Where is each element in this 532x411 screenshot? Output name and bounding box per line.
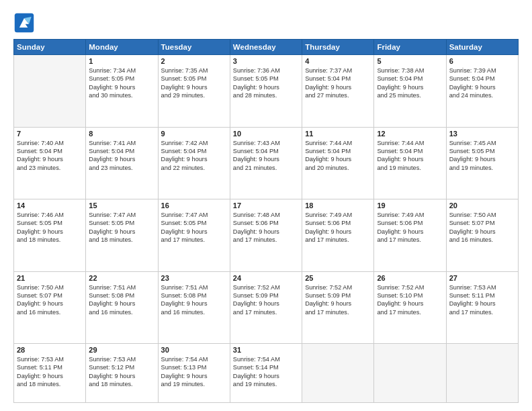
day-number: 3 (233, 57, 299, 65)
page: SundayMondayTuesdayWednesdayThursdayFrid… (0, 0, 532, 411)
calendar-cell (14, 55, 86, 128)
cell-line: Sunset: 5:09 PM (233, 291, 299, 300)
cell-line: Sunset: 5:10 PM (377, 291, 443, 300)
calendar-body: 1Sunrise: 7:34 AMSunset: 5:05 PMDaylight… (14, 55, 519, 403)
cell-line: Sunset: 5:13 PM (161, 363, 227, 371)
calendar-cell: 20Sunrise: 7:50 AMSunset: 5:07 PMDayligh… (446, 199, 518, 272)
cell-line: and 23 minutes. (89, 164, 154, 172)
cell-line: Daylight: 9 hours (233, 300, 299, 308)
day-header-monday: Monday (86, 40, 158, 55)
calendar-cell: 30Sunrise: 7:54 AMSunset: 5:13 PMDayligh… (158, 344, 230, 403)
cell-line: and 19 minutes. (449, 164, 515, 172)
cell-line: Sunrise: 7:35 AM (161, 66, 227, 75)
cell-line: Sunrise: 7:36 AM (233, 66, 299, 75)
day-number: 11 (305, 130, 371, 138)
cell-line: Sunrise: 7:53 AM (449, 283, 515, 291)
cell-line: Sunrise: 7:46 AM (17, 211, 83, 219)
calendar-cell: 19Sunrise: 7:49 AMSunset: 5:06 PMDayligh… (374, 199, 446, 272)
cell-line: Sunset: 5:09 PM (305, 291, 371, 300)
cell-line: Daylight: 9 hours (17, 300, 83, 308)
cell-line: Sunrise: 7:52 AM (233, 283, 299, 291)
day-header-saturday: Saturday (446, 40, 518, 55)
cell-line: Sunrise: 7:37 AM (305, 66, 371, 75)
cell-line: Sunset: 5:04 PM (449, 75, 515, 83)
cell-line: and 29 minutes. (161, 91, 227, 99)
cell-line: and 19 minutes. (377, 164, 443, 172)
calendar-cell: 17Sunrise: 7:48 AMSunset: 5:06 PMDayligh… (230, 199, 302, 272)
calendar-week-4: 21Sunrise: 7:50 AMSunset: 5:07 PMDayligh… (14, 271, 519, 344)
cell-line: Daylight: 9 hours (305, 83, 371, 91)
cell-line: Sunrise: 7:50 AM (17, 283, 83, 291)
cell-line: Sunrise: 7:43 AM (233, 139, 299, 147)
calendar-cell: 8Sunrise: 7:41 AMSunset: 5:04 PMDaylight… (86, 127, 158, 199)
calendar-cell: 12Sunrise: 7:44 AMSunset: 5:04 PMDayligh… (374, 127, 446, 199)
day-number: 2 (161, 57, 227, 65)
cell-line: and 18 minutes. (89, 236, 154, 244)
calendar-cell: 29Sunrise: 7:53 AMSunset: 5:12 PMDayligh… (86, 344, 158, 403)
cell-line: and 24 minutes. (449, 91, 515, 99)
cell-line: Sunrise: 7:42 AM (161, 139, 227, 147)
cell-line: and 19 minutes. (233, 380, 299, 388)
cell-line: Daylight: 9 hours (233, 83, 299, 91)
cell-line: Sunrise: 7:44 AM (377, 139, 443, 147)
cell-line: Sunset: 5:07 PM (449, 219, 515, 227)
cell-line: and 20 minutes. (305, 164, 371, 172)
day-number: 13 (449, 130, 515, 138)
day-header-wednesday: Wednesday (230, 40, 302, 55)
day-number: 10 (233, 130, 299, 138)
cell-line: Daylight: 9 hours (161, 372, 227, 380)
calendar-cell: 13Sunrise: 7:45 AMSunset: 5:05 PMDayligh… (446, 127, 518, 199)
cell-line: Sunset: 5:04 PM (17, 147, 83, 155)
cell-line: Daylight: 9 hours (161, 228, 227, 236)
cell-line: Daylight: 9 hours (377, 228, 443, 236)
cell-line: and 18 minutes. (17, 236, 83, 244)
cell-line: Sunset: 5:07 PM (17, 291, 83, 300)
day-header-tuesday: Tuesday (158, 40, 230, 55)
calendar-cell: 15Sunrise: 7:47 AMSunset: 5:05 PMDayligh… (86, 199, 158, 272)
calendar-cell: 26Sunrise: 7:52 AMSunset: 5:10 PMDayligh… (374, 271, 446, 344)
cell-line: and 17 minutes. (377, 308, 443, 316)
calendar-cell (374, 344, 446, 403)
calendar-cell: 2Sunrise: 7:35 AMSunset: 5:05 PMDaylight… (158, 55, 230, 128)
cell-line: Sunset: 5:05 PM (233, 75, 299, 83)
day-number: 31 (233, 346, 299, 354)
calendar-cell: 23Sunrise: 7:51 AMSunset: 5:08 PMDayligh… (158, 271, 230, 344)
cell-line: and 21 minutes. (233, 164, 299, 172)
calendar-cell: 1Sunrise: 7:34 AMSunset: 5:05 PMDaylight… (86, 55, 158, 128)
cell-line: Sunset: 5:04 PM (89, 147, 154, 155)
day-number: 24 (233, 274, 299, 282)
cell-line: Sunrise: 7:54 AM (161, 355, 227, 363)
cell-line: and 30 minutes. (89, 91, 154, 99)
calendar-cell: 14Sunrise: 7:46 AMSunset: 5:05 PMDayligh… (14, 199, 86, 272)
cell-line: Sunrise: 7:38 AM (377, 66, 443, 75)
header (13, 12, 519, 34)
cell-line: Sunrise: 7:39 AM (449, 66, 515, 75)
calendar-cell: 6Sunrise: 7:39 AMSunset: 5:04 PMDaylight… (446, 55, 518, 128)
cell-line: Sunset: 5:05 PM (17, 219, 83, 227)
cell-line: Daylight: 9 hours (17, 372, 83, 380)
cell-line: and 19 minutes. (161, 380, 227, 388)
cell-line: Sunset: 5:04 PM (377, 75, 443, 83)
calendar-cell (302, 344, 374, 403)
cell-line: Sunrise: 7:51 AM (161, 283, 227, 291)
calendar-cell: 28Sunrise: 7:53 AMSunset: 5:11 PMDayligh… (14, 344, 86, 403)
cell-line: and 27 minutes. (305, 91, 371, 99)
cell-line: Sunrise: 7:54 AM (233, 355, 299, 363)
day-number: 20 (449, 201, 515, 210)
cell-line: Sunset: 5:05 PM (161, 219, 227, 227)
cell-line: Sunrise: 7:44 AM (305, 139, 371, 147)
cell-line: Daylight: 9 hours (305, 228, 371, 236)
cell-line: Sunset: 5:14 PM (233, 363, 299, 371)
calendar-week-2: 7Sunrise: 7:40 AMSunset: 5:04 PMDaylight… (14, 127, 519, 199)
calendar-cell: 21Sunrise: 7:50 AMSunset: 5:07 PMDayligh… (14, 271, 86, 344)
cell-line: Daylight: 9 hours (449, 300, 515, 308)
cell-line: Sunrise: 7:40 AM (17, 139, 83, 147)
calendar-cell: 22Sunrise: 7:51 AMSunset: 5:08 PMDayligh… (86, 271, 158, 344)
cell-line: and 16 minutes. (89, 308, 154, 316)
cell-line: and 17 minutes. (233, 308, 299, 316)
day-number: 26 (377, 274, 443, 282)
cell-line: and 16 minutes. (161, 308, 227, 316)
cell-line: Daylight: 9 hours (377, 155, 443, 163)
cell-line: and 17 minutes. (161, 236, 227, 244)
calendar-cell: 24Sunrise: 7:52 AMSunset: 5:09 PMDayligh… (230, 271, 302, 344)
